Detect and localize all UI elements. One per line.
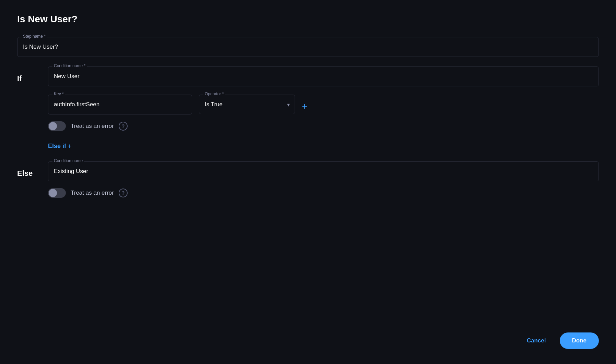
- else-treat-error-label: Treat as an error: [71, 190, 114, 196]
- key-field: Key *: [48, 95, 192, 114]
- else-if-button[interactable]: Else if +: [48, 139, 72, 153]
- key-input[interactable]: [48, 95, 192, 114]
- step-name-label: Step name *: [22, 34, 47, 39]
- operator-field: Operator * Is True Is False Equals Not E…: [199, 95, 295, 114]
- page-container: Is New User? Step name * If Condition na…: [0, 0, 616, 364]
- key-input-wrapper: Key *: [48, 95, 192, 114]
- add-condition-button[interactable]: +: [302, 95, 307, 112]
- if-toggle-knob: [49, 122, 57, 130]
- else-treat-error-toggle[interactable]: [48, 188, 66, 198]
- if-treat-error-label: Treat as an error: [71, 123, 114, 130]
- if-condition-name-wrapper: Condition name *: [48, 66, 599, 86]
- if-condition-name-label: Condition name *: [52, 63, 87, 68]
- if-row: If Condition name * Key * Operator *: [17, 66, 599, 131]
- done-button[interactable]: Done: [560, 332, 599, 349]
- condition-row: Key * Operator * Is True Is False Equals…: [48, 95, 599, 114]
- else-row: Else Condition name Treat as an error ?: [17, 161, 599, 198]
- else-condition-name-label: Condition name: [52, 158, 84, 163]
- operator-wrapper: Operator * Is True Is False Equals Not E…: [199, 95, 295, 114]
- if-treat-error-row: Treat as an error ?: [48, 121, 599, 131]
- if-condition-name-input[interactable]: [48, 67, 599, 86]
- if-label: If: [17, 66, 38, 83]
- page-title: Is New User?: [17, 14, 599, 25]
- cancel-button[interactable]: Cancel: [520, 333, 553, 348]
- step-name-input[interactable]: [17, 37, 599, 57]
- else-label: Else: [17, 161, 38, 178]
- else-help-icon[interactable]: ?: [119, 189, 128, 197]
- if-help-icon[interactable]: ?: [119, 122, 128, 131]
- else-condition-name-input[interactable]: [48, 162, 599, 181]
- operator-label: Operator *: [203, 92, 225, 96]
- footer-buttons: Cancel Done: [520, 332, 599, 349]
- step-name-input-wrapper: Step name *: [17, 37, 599, 57]
- key-label: Key *: [52, 92, 65, 96]
- if-content: Condition name * Key * Operator * Is Tru…: [48, 66, 599, 131]
- if-treat-error-toggle[interactable]: [48, 121, 66, 131]
- plus-icon: +: [302, 101, 307, 112]
- step-name-group: Step name *: [17, 37, 599, 57]
- else-content: Condition name Treat as an error ?: [48, 161, 599, 198]
- operator-select[interactable]: Is True Is False Equals Not Equals Conta…: [199, 95, 295, 114]
- else-condition-name-wrapper: Condition name: [48, 161, 599, 181]
- else-treat-error-row: Treat as an error ?: [48, 188, 599, 198]
- else-toggle-knob: [49, 189, 57, 197]
